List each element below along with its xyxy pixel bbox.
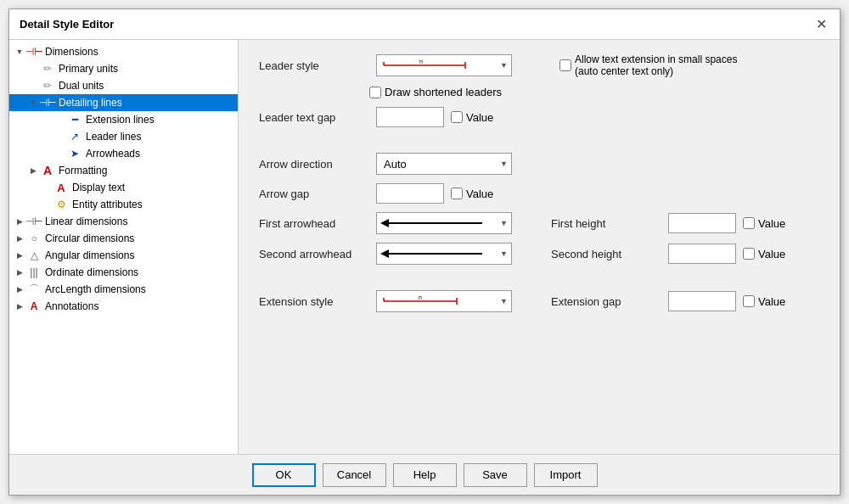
tree-item-annotations[interactable]: ▶ A Annotations — [9, 298, 238, 315]
draw-shortened-checkbox[interactable] — [369, 87, 381, 98]
extension-style-label: Extension style — [259, 295, 369, 308]
second-height-input[interactable]: 1 — [668, 244, 736, 264]
tree-label-linear-dimensions: Linear dimensions — [45, 216, 127, 227]
save-button[interactable]: Save — [464, 463, 527, 487]
arrow-gap-input[interactable]: 0.25 — [376, 183, 444, 204]
second-arrowhead-label: Second arrowhead — [259, 248, 369, 260]
tree-label-annotations: Annotations — [45, 300, 98, 312]
ok-button[interactable]: OK — [252, 463, 316, 487]
expander-leader-lines — [53, 130, 67, 143]
arclength-dimensions-icon: ⌒ — [26, 283, 42, 296]
tree-item-linear-dimensions[interactable]: ▶ ⊣⊢ Linear dimensions — [9, 213, 238, 230]
second-arrowhead-select[interactable]: ▼ — [376, 243, 512, 265]
expander-extension-lines — [53, 113, 67, 126]
tree-item-dimensions[interactable]: ▼ ⊣⊢ Dimensions — [9, 43, 238, 60]
tree-item-display-text[interactable]: A Display text — [9, 179, 238, 196]
tree-label-formatting: Formatting — [59, 165, 107, 176]
extension-gap-input[interactable]: 0.25 — [668, 291, 736, 311]
expander-dual-units — [26, 79, 40, 92]
tree-item-arrowheads[interactable]: ➤ Arrowheads — [9, 145, 238, 162]
tree-item-ordinate-dimensions[interactable]: ▶ ||| Ordinate dimensions — [9, 264, 238, 281]
expander-arrowheads — [53, 147, 67, 160]
bottom-bar: OK Cancel Help Save Import — [9, 454, 840, 495]
leader-text-gap-value-wrap: Value — [451, 111, 493, 124]
close-button[interactable]: ✕ — [812, 16, 829, 33]
first-arrowhead-label: First arrowhead — [259, 217, 369, 230]
arrowheads-icon: ➤ — [67, 147, 82, 160]
second-arrowhead-head-icon — [380, 249, 389, 258]
tree-item-primary-units[interactable]: ✏ Primary units — [9, 60, 238, 77]
first-height-label: First height — [551, 217, 661, 230]
arrow-direction-row: Arrow direction Auto ▼ — [259, 153, 819, 175]
expander-ordinate-dimensions: ▶ — [13, 266, 26, 279]
first-height-value-label: Value — [758, 217, 785, 230]
first-arrowhead-row: First arrowhead ▼ First height 1 Value — [259, 212, 819, 234]
expander-circular-dimensions: ▶ — [13, 232, 26, 245]
arrow-gap-label: Arrow gap — [259, 188, 369, 200]
import-button[interactable]: Import — [534, 463, 598, 487]
tree-item-circular-dimensions[interactable]: ▶ ○ Circular dimensions — [9, 230, 238, 247]
extension-gap-value-label: Value — [758, 295, 785, 308]
tree-item-leader-lines[interactable]: ↗ Leader lines — [9, 128, 238, 145]
tree-label-entity-attributes: Entity attributes — [72, 199, 143, 210]
extension-style-preview: n — [380, 294, 497, 308]
tree-item-entity-attributes[interactable]: ⚙ Entity attributes — [9, 196, 238, 213]
extension-gap-value-checkbox[interactable] — [743, 295, 755, 307]
leader-style-select[interactable]: n ▼ — [376, 54, 512, 76]
title-bar: Detail Style Editor ✕ — [9, 9, 840, 40]
leader-lines-icon: ↗ — [67, 130, 82, 143]
second-arrowhead-preview — [380, 249, 497, 258]
allow-text-extension-labels: Allow text extension in small spaces (au… — [575, 53, 737, 77]
tree-item-extension-lines[interactable]: ━ Extension lines — [9, 111, 238, 128]
leader-text-gap-label: Leader text gap — [259, 111, 369, 124]
auto-center-label: (auto center text only) — [575, 65, 737, 77]
leader-style-row: Leader style n ▼ — [259, 53, 819, 77]
detailing-lines-icon: ⊣⊢ — [40, 96, 55, 109]
second-height-value-wrap: Value — [743, 248, 785, 260]
leader-text-gap-value-label: Value — [466, 111, 493, 124]
draw-shortened-wrap: Draw shortened leaders — [369, 86, 502, 98]
leader-text-gap-value-checkbox[interactable] — [451, 111, 463, 123]
expander-dimensions: ▼ — [13, 45, 26, 59]
arrow-direction-value: Auto — [380, 158, 497, 171]
second-height-value-checkbox[interactable] — [743, 248, 755, 260]
dual-units-icon: ✏ — [40, 79, 55, 92]
spacer1 — [259, 136, 819, 153]
arrow-direction-select[interactable]: Auto ▼ — [376, 153, 512, 175]
arrow-gap-value-checkbox[interactable] — [451, 188, 463, 199]
circular-dimensions-icon: ○ — [26, 232, 42, 245]
leader-text-gap-input[interactable]: 0.35 — [376, 107, 444, 127]
first-arrowhead-preview — [380, 219, 497, 227]
help-button[interactable]: Help — [393, 463, 457, 487]
allow-text-extension-checkbox[interactable] — [559, 59, 571, 71]
extension-style-dropdown-arrow: ▼ — [500, 297, 508, 305]
first-arrowhead-select[interactable]: ▼ — [376, 212, 512, 234]
expander-detailing-lines: ▼ — [26, 96, 40, 109]
first-height-value-checkbox[interactable] — [743, 217, 755, 229]
expander-linear-dimensions: ▶ — [13, 215, 26, 228]
first-arrowhead-dropdown-arrow: ▼ — [500, 219, 508, 227]
draw-shortened-row: Draw shortened leaders — [259, 86, 819, 98]
tree-label-extension-lines: Extension lines — [86, 114, 155, 126]
ordinate-dimensions-icon: ||| — [26, 266, 42, 279]
expander-display-text — [40, 181, 53, 194]
extension-style-select[interactable]: n ▼ — [376, 290, 512, 312]
tree-item-arclength-dimensions[interactable]: ▶ ⌒ ArcLength dimensions — [9, 281, 238, 298]
tree-item-angular-dimensions[interactable]: ▶ △ Angular dimensions — [9, 247, 238, 264]
first-height-input[interactable]: 1 — [668, 213, 736, 233]
tree-item-detailing-lines[interactable]: ▼ ⊣⊢ Detailing lines — [9, 94, 238, 111]
second-height-label: Second height — [551, 248, 661, 260]
arrow-gap-row: Arrow gap 0.25 Value — [259, 183, 819, 204]
expander-annotations: ▶ — [13, 300, 26, 313]
tree-label-leader-lines: Leader lines — [86, 131, 141, 143]
tree-item-dual-units[interactable]: ✏ Dual units — [9, 77, 238, 94]
first-arrowhead-head-icon — [380, 219, 389, 227]
draw-shortened-label: Draw shortened leaders — [385, 86, 502, 98]
arrow-direction-dropdown-arrow: ▼ — [500, 160, 508, 168]
cancel-button[interactable]: Cancel — [323, 463, 386, 487]
dimensions-icon: ⊣⊢ — [26, 45, 42, 59]
tree-item-formatting[interactable]: ▶ A Formatting — [9, 162, 238, 179]
tree-panel: ▼ ⊣⊢ Dimensions ✏ Primary units ✏ Dual u… — [9, 40, 239, 454]
expander-angular-dimensions: ▶ — [13, 249, 26, 262]
expander-formatting: ▶ — [26, 164, 40, 177]
